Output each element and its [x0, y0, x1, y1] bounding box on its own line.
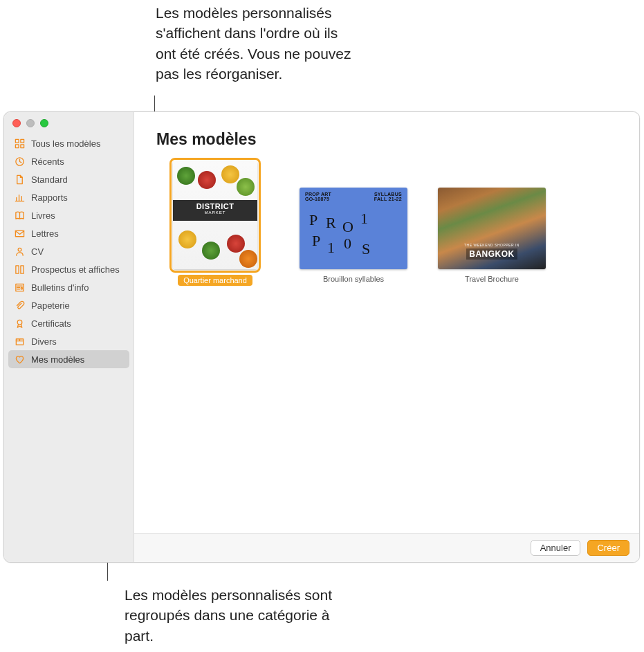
thumb-hdr-right: SYLLABUS FALL 21-22	[374, 192, 402, 201]
content-area: Mes modèles DISTRICTMARKETQuartier march…	[134, 112, 639, 533]
sidebar-item-label: Standard	[31, 174, 68, 185]
svg-point-10	[17, 320, 22, 325]
thumb-overlay-small: THE WEEKEND SHOPPER IN	[443, 243, 540, 247]
sidebar-item-label: Tous les modèles	[31, 138, 100, 149]
sidebar-item-label: Lettres	[31, 228, 59, 239]
template-item[interactable]: DISTRICTMARKETQuartier marchand	[156, 161, 274, 286]
paperclip-icon	[14, 300, 25, 311]
svg-rect-2	[15, 144, 19, 147]
template-label: Travel Brochure	[465, 275, 519, 283]
section-title: Mes modèles	[156, 130, 620, 149]
thumb-banner-big: DISTRICT	[196, 202, 234, 210]
thumb-overlay-big: BANGKOK	[466, 248, 517, 260]
svg-rect-7	[15, 265, 18, 273]
sidebar-item-envelope[interactable]: Lettres	[4, 224, 134, 242]
thumb-letters: PRO1P10S	[309, 211, 398, 262]
doc-icon	[14, 174, 25, 185]
sidebar-item-grid[interactable]: Tous les modèles	[4, 134, 134, 152]
footer-bar: Annuler Créer	[134, 533, 639, 562]
thumb-hdr-left: PROP ART GO-10875	[305, 192, 331, 201]
template-label: Quartier marchand	[178, 275, 252, 286]
grid-icon	[14, 138, 25, 149]
sidebar-item-paperclip[interactable]: Papeterie	[4, 296, 134, 314]
svg-point-6	[18, 248, 21, 251]
sidebar-item-label: Livres	[31, 210, 55, 221]
person-icon	[14, 246, 25, 257]
sidebar-item-book[interactable]: Livres	[4, 206, 134, 224]
sidebar-item-label: Rapports	[31, 192, 68, 203]
heart-icon	[14, 354, 25, 365]
template-thumbnail: DISTRICTMARKET	[173, 161, 257, 269]
close-window-button[interactable]	[12, 119, 21, 127]
ribbon-icon	[14, 318, 25, 329]
callout-bottom: Les modèles personnalisés sont regroupés…	[125, 585, 332, 646]
box-icon	[14, 336, 25, 347]
sidebar-item-label: Papeterie	[31, 300, 70, 311]
sidebar-item-person[interactable]: CV	[4, 242, 134, 260]
template-grid: DISTRICTMARKETQuartier marchandPROP ART …	[156, 161, 620, 286]
sidebar-item-clock[interactable]: Récents	[4, 152, 134, 170]
template-thumbnail: PROP ART GO-10875SYLLABUS FALL 21-22PRO1…	[300, 188, 407, 269]
book-icon	[14, 210, 25, 221]
thumb-banner-small: MARKET	[173, 210, 257, 215]
sidebar-item-label: Récents	[31, 156, 64, 167]
cancel-button[interactable]: Annuler	[531, 540, 581, 556]
sidebar-item-label: Bulletins d'info	[31, 282, 89, 293]
svg-rect-8	[20, 265, 23, 273]
svg-rect-0	[15, 139, 19, 143]
columns-icon	[14, 264, 25, 275]
sidebar-item-label: Prospectus et affiches	[31, 264, 120, 275]
sidebar-item-chart[interactable]: Rapports	[4, 188, 134, 206]
clock-icon	[14, 156, 25, 167]
sidebar-item-ribbon[interactable]: Certificats	[4, 314, 134, 332]
sidebar-item-newspaper[interactable]: Bulletins d'info	[4, 278, 134, 296]
sidebar-item-box[interactable]: Divers	[4, 332, 134, 350]
template-chooser-window: Tous les modèlesRécentsStandardRapportsL…	[3, 111, 640, 563]
sidebar-item-label: Mes modèles	[31, 354, 84, 365]
svg-rect-1	[20, 139, 24, 143]
sidebar-list: Tous les modèlesRécentsStandardRapportsL…	[4, 133, 134, 368]
sidebar-item-doc[interactable]: Standard	[4, 170, 134, 188]
svg-rect-3	[20, 144, 24, 147]
template-item[interactable]: THE WEEKEND SHOPPER INBANGKOKTravel Broc…	[433, 161, 551, 283]
chart-icon	[14, 192, 25, 203]
sidebar-item-columns[interactable]: Prospectus et affiches	[4, 260, 134, 278]
template-thumbnail: THE WEEKEND SHOPPER INBANGKOK	[438, 188, 546, 269]
callout-top: Les modèles personnalisés s'affichent da…	[156, 3, 356, 84]
zoom-window-button[interactable]	[40, 119, 48, 127]
sidebar-item-label: Divers	[31, 336, 57, 347]
newspaper-icon	[14, 282, 25, 293]
sidebar-item-label: Certificats	[31, 318, 71, 329]
minimize-window-button[interactable]	[26, 119, 35, 127]
create-button[interactable]: Créer	[587, 540, 629, 556]
template-label: Brouillon syllables	[323, 275, 384, 283]
main-pane: Mes modèles DISTRICTMARKETQuartier march…	[134, 112, 639, 562]
envelope-icon	[14, 228, 25, 239]
window-controls	[4, 112, 134, 133]
sidebar: Tous les modèlesRécentsStandardRapportsL…	[4, 112, 134, 562]
sidebar-item-label: CV	[31, 246, 44, 257]
template-item[interactable]: PROP ART GO-10875SYLLABUS FALL 21-22PRO1…	[295, 161, 412, 283]
sidebar-item-heart[interactable]: Mes modèles	[8, 350, 129, 368]
